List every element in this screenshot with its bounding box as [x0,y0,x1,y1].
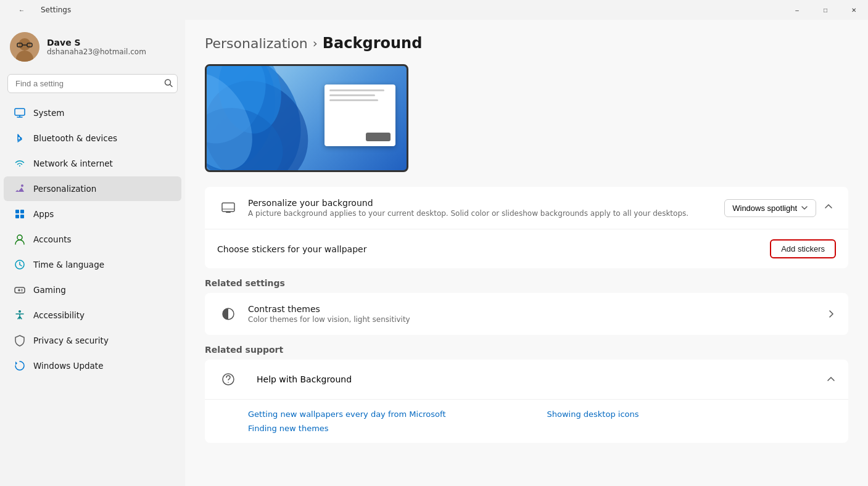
svg-line-7 [170,84,173,87]
background-value: Windows spotlight [732,204,797,213]
help-collapse-icon [826,374,836,384]
user-info: Dave S dshanaha23@hotmail.com [47,38,146,56]
svg-point-21 [22,289,23,290]
app-title: Settings [41,6,71,14]
personalize-title: Personalize your background [248,198,724,208]
help-link-wallpapers[interactable]: Getting new wallpapers every day from Mi… [248,410,537,419]
app-body: Dave S dshanaha23@hotmail.com [0,20,868,486]
svg-rect-31 [222,203,234,212]
help-icon [217,368,239,390]
desktop-preview [205,64,408,172]
sidebar-label-apps: Apps [33,209,54,219]
minimize-button[interactable]: – [783,0,811,20]
sidebar-item-network[interactable]: Network & internet [4,151,181,176]
chevron-up-icon [824,202,833,212]
sidebar-item-privacy[interactable]: Privacy & security [4,328,181,353]
sidebar-item-update[interactable]: Windows Update [4,353,181,378]
bluetooth-icon [14,132,26,144]
help-title: Help with Background [257,374,826,384]
sidebar-label-accounts: Accounts [33,234,72,244]
sidebar-label-time: Time & language [33,260,104,270]
back-icon: ← [19,7,25,14]
svg-rect-12 [15,210,19,213]
chevron-right-icon [826,309,836,319]
svg-point-11 [21,184,23,187]
contrast-text: Contrast themes Color themes for low vis… [248,304,826,324]
sidebar-item-apps[interactable]: Apps [4,202,181,226]
breadcrumb-separator: › [313,36,318,51]
stickers-row: Choose stickers for your wallpaper Add s… [205,229,848,268]
sidebar-label-privacy: Privacy & security [33,336,109,345]
contrast-control [826,309,836,319]
background-dropdown[interactable]: Windows spotlight [724,199,816,217]
search-button[interactable] [164,78,173,89]
add-stickers-button[interactable]: Add stickers [770,239,836,258]
personalize-card: Personalize your background A picture ba… [205,187,848,268]
close-button[interactable]: ✕ [840,0,868,20]
system-icon [14,107,26,119]
user-name: Dave S [47,38,146,47]
sidebar-item-time[interactable]: Time & language [4,252,181,277]
svg-point-22 [22,290,23,292]
back-button[interactable]: ← [7,0,36,20]
dropdown-chevron-icon [801,204,808,212]
related-support-title: Related support [205,345,848,355]
help-link-themes[interactable]: Finding new themes [248,424,537,433]
personalize-desc: A picture background applies to your cur… [248,209,724,218]
personalize-control: Windows spotlight [724,199,836,217]
nav-list: System Bluetooth & devices [0,101,185,378]
sidebar: Dave S dshanaha23@hotmail.com [0,20,185,486]
user-email: dshanaha23@hotmail.com [47,47,146,56]
contrast-title: Contrast themes [248,304,826,314]
personalize-row: Personalize your background A picture ba… [205,187,848,229]
close-icon: ✕ [851,7,856,14]
search-box [7,74,178,93]
window-line-3 [329,99,378,101]
svg-point-35 [228,382,229,383]
help-links: Getting new wallpapers every day from Mi… [205,400,848,443]
sidebar-item-gaming[interactable]: Gaming [4,278,181,302]
sidebar-item-system[interactable]: System [4,101,181,125]
maximize-button[interactable]: □ [811,0,840,20]
collapse-button[interactable] [821,199,836,216]
window-button-area [366,133,391,141]
sidebar-label-accessibility: Accessibility [33,310,85,320]
window-line-2 [329,94,375,96]
contrast-icon [217,303,239,325]
sidebar-label-gaming: Gaming [33,285,66,295]
sidebar-label-personalization: Personalization [33,184,96,194]
search-icon [164,78,173,87]
svg-point-1 [19,38,31,51]
breadcrumb-current: Background [323,35,423,52]
desktop-window-mockup [324,84,395,146]
contrast-desc: Color themes for low vision, light sensi… [248,315,826,324]
desktop-preview-section [205,64,848,172]
window-line-1 [329,89,384,91]
stickers-label: Choose stickers for your wallpaper [217,244,770,254]
sidebar-item-accounts[interactable]: Accounts [4,227,181,252]
sidebar-label-update: Windows Update [33,361,103,371]
privacy-icon [14,334,26,347]
network-icon [14,157,26,170]
sidebar-label-system: System [33,108,64,118]
sidebar-item-personalization[interactable]: Personalization [4,176,181,201]
update-icon [14,360,26,372]
help-link-desktop-icons[interactable]: Showing desktop icons [547,410,837,419]
contrast-row[interactable]: Contrast themes Color themes for low vis… [205,293,848,335]
help-card: Help with Background Getting new wallpap… [205,360,848,443]
personalize-text: Personalize your background A picture ba… [248,198,724,218]
sidebar-item-bluetooth[interactable]: Bluetooth & devices [4,126,181,150]
svg-rect-15 [20,215,24,218]
breadcrumb-parent[interactable]: Personalization [205,36,308,51]
stickers-text: Choose stickers for your wallpaper [217,244,770,254]
related-settings-title: Related settings [205,278,848,288]
search-input[interactable] [7,74,178,93]
svg-rect-14 [15,215,19,218]
personalize-icon [217,197,239,219]
sidebar-item-accessibility[interactable]: Accessibility [4,303,181,327]
avatar [10,32,39,62]
minimize-icon: – [795,7,799,14]
breadcrumb: Personalization › Background [205,35,848,52]
contrast-card: Contrast themes Color themes for low vis… [205,293,848,335]
help-header[interactable]: Help with Background [205,360,848,400]
